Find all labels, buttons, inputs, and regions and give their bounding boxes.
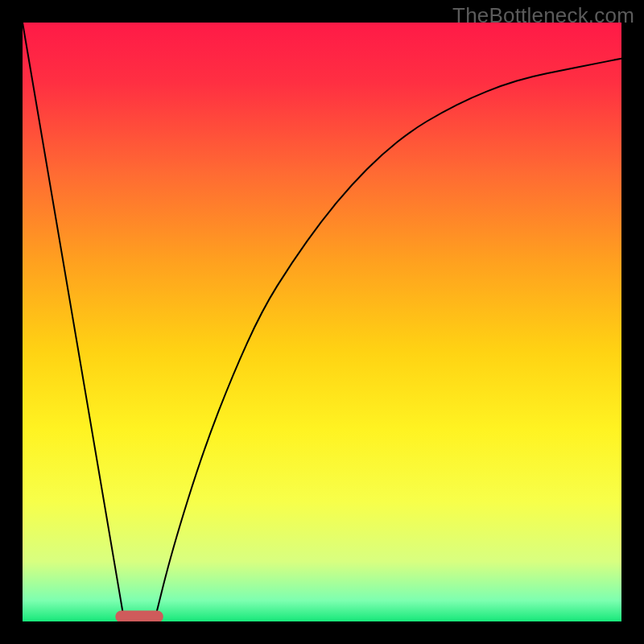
chart-svg (23, 23, 621, 621)
marker-layer (115, 611, 163, 621)
plot-area (23, 23, 621, 621)
bottom-red-pill (115, 611, 163, 621)
heatmap-background (23, 23, 621, 621)
chart-frame: TheBottleneck.com (0, 0, 644, 644)
